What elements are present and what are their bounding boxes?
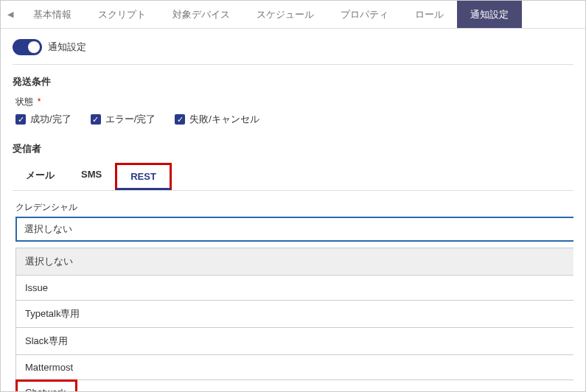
cb-fail[interactable]: ✓ 失敗/キャンセル: [175, 113, 259, 126]
state-field: 状態 *: [15, 96, 573, 108]
sub-tab-mail[interactable]: メール: [13, 163, 68, 190]
state-label: 状態: [15, 96, 33, 108]
cb-label: 失敗/キャンセル: [189, 113, 259, 126]
dd-option-issue[interactable]: Issue: [16, 276, 573, 301]
content-area: 通知設定 発送条件 状態 * ✓ 成功/完了 ✓ エラー/完了 ✓ 失敗/キャン…: [1, 29, 585, 392]
tab-property[interactable]: プロパティ: [327, 1, 402, 28]
tab-script[interactable]: スクリプト: [85, 1, 159, 28]
credential-dropdown: 選択しない Issue Typetalk専用 Slack専用 Mattermos…: [15, 248, 573, 392]
recipients-title: 受信者: [13, 142, 573, 155]
cb-success[interactable]: ✓ 成功/完了: [15, 113, 71, 126]
cb-error[interactable]: ✓ エラー/完了: [91, 113, 156, 126]
tab-scroll-left[interactable]: ◀: [1, 1, 20, 28]
toggle-row: 通知設定: [13, 39, 573, 65]
credential-label: クレデンシャル: [15, 201, 573, 214]
toggle-label: 通知設定: [48, 41, 86, 54]
toggle-knob: [28, 41, 40, 53]
sub-tab-rest[interactable]: REST: [115, 163, 172, 190]
checkbox-icon: ✓: [91, 114, 101, 125]
tab-basic-info[interactable]: 基本情報: [20, 1, 85, 28]
checkbox-row: ✓ 成功/完了 ✓ エラー/完了 ✓ 失敗/キャンセル: [15, 113, 573, 126]
conditions-title: 発送条件: [13, 75, 573, 88]
dd-option-mattermost[interactable]: Mattermost: [16, 355, 573, 380]
credential-select[interactable]: 選択しない: [15, 217, 573, 242]
tab-target-device[interactable]: 対象デバイス: [159, 1, 243, 28]
tab-role[interactable]: ロール: [402, 1, 457, 28]
dd-option-none[interactable]: 選択しない: [16, 248, 573, 276]
credential-block: クレデンシャル 選択しない 選択しない Issue Typetalk専用 Sla…: [15, 201, 573, 392]
cb-label: 成功/完了: [30, 113, 71, 126]
notification-toggle[interactable]: [13, 39, 42, 55]
required-asterisk: *: [38, 97, 41, 107]
tab-schedule[interactable]: スケジュール: [243, 1, 327, 28]
dd-option-typetalk[interactable]: Typetalk専用: [16, 301, 573, 328]
dd-option-slack[interactable]: Slack専用: [16, 328, 573, 355]
dd-option-chatwork[interactable]: Chatwork: [16, 380, 573, 392]
main-tab-bar: ◀ 基本情報 スクリプト 対象デバイス スケジュール プロパティ ロール 通知設…: [1, 1, 585, 29]
checkbox-icon: ✓: [15, 114, 26, 125]
sub-tab-bar: メール SMS REST: [13, 163, 573, 191]
checkbox-icon: ✓: [175, 114, 185, 125]
sub-tab-sms[interactable]: SMS: [68, 163, 115, 190]
tab-notification[interactable]: 通知設定: [457, 1, 522, 28]
cb-label: エラー/完了: [105, 113, 156, 126]
